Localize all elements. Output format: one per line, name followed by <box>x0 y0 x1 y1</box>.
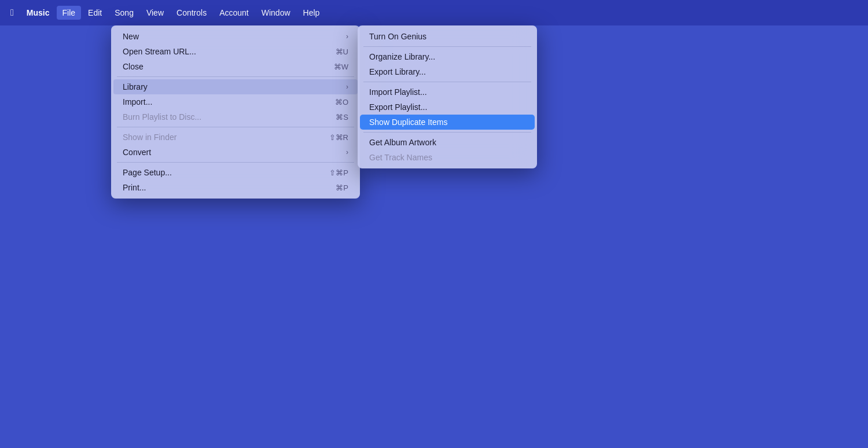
submenu-arrow-convert-icon: › <box>346 148 348 156</box>
menu-item-burn-playlist[interactable]: Burn Playlist to Disc... ⌘S <box>113 109 358 124</box>
menu-item-show-in-finder[interactable]: Show in Finder ⇧⌘R <box>113 130 358 145</box>
menubar-item-controls[interactable]: Controls <box>171 6 212 20</box>
file-menu: New › Open Stream URL... ⌘U Close ⌘W Lib… <box>111 25 360 199</box>
menubar-item-help[interactable]: Help <box>297 6 326 20</box>
menu-item-export-playlist[interactable]: Export Playlist... <box>360 100 535 115</box>
submenu-arrow-library-icon: › <box>346 83 348 91</box>
menu-item-show-duplicate-items[interactable]: Show Duplicate Items <box>360 115 535 130</box>
shortcut-open-stream: ⌘U <box>336 47 348 56</box>
shortcut-print: ⌘P <box>336 183 348 192</box>
lib-separator-1 <box>363 46 531 47</box>
menubar-item-window[interactable]: Window <box>256 6 296 20</box>
menu-item-get-album-artwork[interactable]: Get Album Artwork <box>360 135 535 150</box>
menu-item-organize-library[interactable]: Organize Library... <box>360 49 535 64</box>
menu-item-print[interactable]: Print... ⌘P <box>113 180 358 195</box>
submenu-arrow-icon: › <box>346 32 348 41</box>
menu-item-get-track-names[interactable]: Get Track Names <box>360 150 535 165</box>
separator-3 <box>117 162 354 163</box>
menu-item-import-playlist[interactable]: Import Playlist... <box>360 85 535 100</box>
menubar-item-music[interactable]: Music <box>21 6 56 20</box>
menubar-item-edit[interactable]: Edit <box>82 6 108 20</box>
menu-item-page-setup[interactable]: Page Setup... ⇧⌘P <box>113 165 358 180</box>
menu-item-export-library[interactable]: Export Library... <box>360 64 535 79</box>
menubar-item-account[interactable]: Account <box>214 6 255 20</box>
apple-menu-item[interactable]:  <box>5 5 20 20</box>
menu-item-library[interactable]: Library › <box>113 79 358 94</box>
lib-separator-3 <box>363 132 531 133</box>
menubar-item-song[interactable]: Song <box>109 6 139 20</box>
shortcut-import: ⌘O <box>335 98 348 107</box>
menubar-item-view[interactable]: View <box>141 6 170 20</box>
separator-1 <box>117 76 354 77</box>
shortcut-burn-playlist: ⌘S <box>336 113 348 122</box>
menu-item-open-stream[interactable]: Open Stream URL... ⌘U <box>113 44 358 59</box>
menu-item-convert[interactable]: Convert › <box>113 145 358 160</box>
menubar:  Music File Edit Song View Controls Acc… <box>0 0 868 25</box>
menu-item-import[interactable]: Import... ⌘O <box>113 94 358 109</box>
separator-2 <box>117 127 354 127</box>
menu-item-turn-on-genius[interactable]: Turn On Genius <box>360 29 535 44</box>
lib-separator-2 <box>363 82 531 82</box>
menu-item-new[interactable]: New › <box>113 29 358 44</box>
menu-item-close[interactable]: Close ⌘W <box>113 59 358 74</box>
shortcut-show-in-finder: ⇧⌘R <box>329 133 348 142</box>
shortcut-close: ⌘W <box>334 63 348 71</box>
library-submenu: Turn On Genius Organize Library... Expor… <box>358 25 537 168</box>
shortcut-page-setup: ⇧⌘P <box>329 168 348 177</box>
menubar-item-file[interactable]: File <box>57 6 82 20</box>
